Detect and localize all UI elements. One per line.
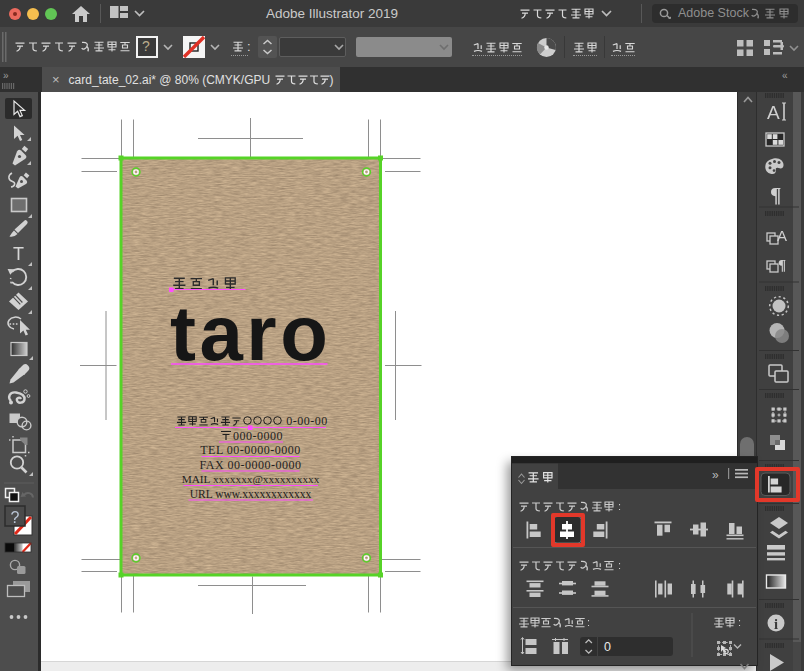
svg-text:FAX 00-0000-0000: FAX 00-0000-0000 <box>199 458 301 472</box>
svg-text:»: » <box>712 468 719 482</box>
svg-text:URL www.xxxxxxxxxxxx: URL www.xxxxxxxxxxxx <box>190 488 312 500</box>
svg-text:?: ? <box>11 509 20 526</box>
svg-text:MAIL xxxxxxx@xxxxxxxxxx: MAIL xxxxxxx@xxxxxxxxxx <box>182 473 320 485</box>
svg-text:TEL 00-0000-0000: TEL 00-0000-0000 <box>200 443 301 457</box>
svg-text:000-0000: 000-0000 <box>233 429 283 443</box>
svg-text:0-00-00: 0-00-00 <box>286 414 328 428</box>
svg-text:A: A <box>777 227 787 244</box>
svg-text::: : <box>618 500 621 512</box>
svg-text:A: A <box>767 102 780 123</box>
svg-text::: : <box>618 559 621 571</box>
svg-text::: : <box>587 616 590 628</box>
svg-text:i: i <box>774 616 778 632</box>
svg-text:¶: ¶ <box>778 257 786 273</box>
svg-text::: : <box>738 616 741 628</box>
svg-text:¶: ¶ <box>770 183 781 207</box>
svg-text:0: 0 <box>604 640 611 654</box>
svg-text:T: T <box>13 244 24 264</box>
